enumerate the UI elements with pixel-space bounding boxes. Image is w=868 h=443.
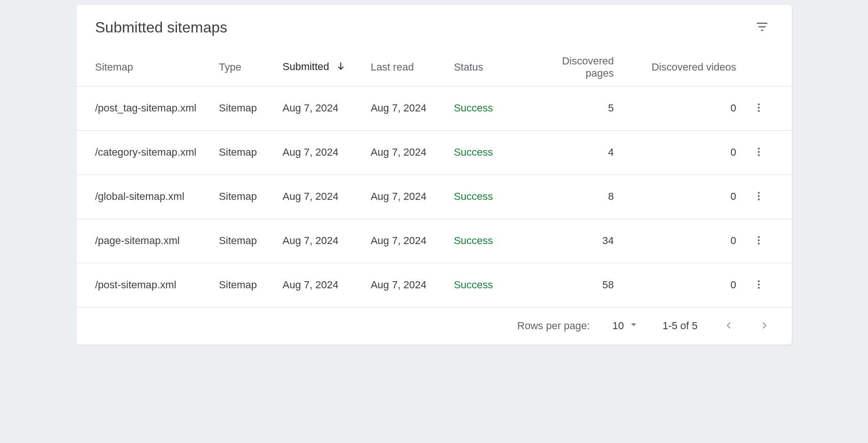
- cell-sitemap: /post_tag-sitemap.xml: [76, 86, 213, 130]
- row-actions-button[interactable]: [749, 231, 768, 251]
- svg-point-10: [758, 239, 760, 241]
- card-title: Submitted sitemaps: [95, 19, 227, 36]
- cell-type: Sitemap: [213, 263, 277, 307]
- table-row[interactable]: /page-sitemap.xml Sitemap Aug 7, 2024 Au…: [76, 219, 792, 263]
- row-actions-button[interactable]: [749, 275, 768, 295]
- cell-discovered-pages: 58: [541, 263, 619, 307]
- filter-icon: [755, 28, 769, 35]
- cell-status: Success: [448, 174, 541, 219]
- cell-actions: [742, 219, 792, 263]
- prev-page-button[interactable]: [720, 317, 737, 335]
- svg-point-11: [758, 243, 760, 245]
- cell-sitemap: /post-sitemap.xml: [76, 263, 213, 307]
- table-row[interactable]: /post-sitemap.xml Sitemap Aug 7, 2024 Au…: [76, 263, 792, 307]
- next-page-button[interactable]: [756, 317, 773, 335]
- cell-sitemap: /category-sitemap.xml: [76, 130, 213, 174]
- cell-type: Sitemap: [213, 130, 277, 174]
- rows-per-page-value: 10: [612, 320, 624, 332]
- cell-discovered-pages: 4: [541, 130, 619, 174]
- cell-actions: [742, 86, 792, 130]
- chevron-right-icon: [758, 326, 771, 333]
- svg-point-9: [758, 236, 760, 238]
- row-actions-button[interactable]: [749, 142, 768, 163]
- cell-submitted: Aug 7, 2024: [277, 263, 365, 307]
- svg-point-14: [758, 287, 760, 289]
- table-header-row: Sitemap Type Submitted Last read Status …: [76, 48, 792, 86]
- sitemaps-card: Submitted sitemaps Sitemap Type Submitte…: [76, 5, 792, 345]
- cell-last-read: Aug 7, 2024: [365, 174, 448, 219]
- card-header: Submitted sitemaps: [76, 5, 792, 48]
- table-footer: Rows per page: 10 1-5 of 5: [76, 308, 792, 345]
- svg-point-5: [758, 154, 760, 156]
- cell-sitemap: /global-sitemap.xml: [76, 174, 213, 219]
- col-header-last-read[interactable]: Last read: [365, 48, 448, 86]
- cell-sitemap: /page-sitemap.xml: [76, 219, 213, 263]
- chevron-left-icon: [722, 326, 735, 333]
- col-header-discovered-videos[interactable]: Discovered videos: [619, 48, 742, 86]
- cell-type: Sitemap: [213, 219, 277, 263]
- cell-discovered-pages: 34: [541, 219, 619, 263]
- svg-point-6: [758, 192, 760, 194]
- svg-point-2: [758, 110, 760, 112]
- kebab-icon: [753, 196, 764, 203]
- cell-last-read: Aug 7, 2024: [365, 219, 448, 263]
- row-actions-button[interactable]: [749, 187, 768, 207]
- cell-discovered-videos: 0: [619, 263, 742, 307]
- cell-status: Success: [448, 263, 541, 307]
- kebab-icon: [753, 152, 764, 159]
- cell-type: Sitemap: [213, 174, 277, 219]
- cell-status: Success: [448, 130, 541, 174]
- filter-button[interactable]: [751, 16, 773, 39]
- cell-last-read: Aug 7, 2024: [365, 130, 448, 174]
- col-header-type[interactable]: Type: [213, 48, 277, 86]
- col-header-sitemap[interactable]: Sitemap: [76, 48, 213, 86]
- cell-status: Success: [448, 219, 541, 263]
- cell-submitted: Aug 7, 2024: [277, 86, 365, 130]
- kebab-icon: [753, 108, 764, 115]
- svg-point-3: [758, 148, 760, 150]
- svg-point-8: [758, 198, 760, 200]
- cell-discovered-videos: 0: [619, 130, 742, 174]
- col-header-discovered-pages[interactable]: Discovered pages: [541, 48, 619, 86]
- cell-actions: [742, 130, 792, 174]
- kebab-icon: [753, 285, 764, 292]
- svg-point-7: [758, 195, 760, 197]
- cell-last-read: Aug 7, 2024: [365, 263, 448, 307]
- svg-point-0: [758, 103, 760, 105]
- svg-point-1: [758, 107, 760, 109]
- cell-discovered-pages: 8: [541, 174, 619, 219]
- cell-actions: [742, 174, 792, 219]
- cell-actions: [742, 263, 792, 307]
- cell-submitted: Aug 7, 2024: [277, 219, 365, 263]
- svg-point-13: [758, 284, 760, 285]
- svg-point-4: [758, 151, 760, 153]
- rows-per-page-label: Rows per page:: [517, 320, 590, 332]
- svg-point-12: [758, 280, 760, 282]
- cell-discovered-pages: 5: [541, 86, 619, 130]
- cell-discovered-videos: 0: [619, 219, 742, 263]
- page-range: 1-5 of 5: [662, 320, 698, 332]
- cell-status: Success: [448, 86, 541, 130]
- table-row[interactable]: /post_tag-sitemap.xml Sitemap Aug 7, 202…: [76, 86, 792, 130]
- cell-last-read: Aug 7, 2024: [365, 86, 448, 130]
- cell-submitted: Aug 7, 2024: [277, 130, 365, 174]
- cell-type: Sitemap: [213, 86, 277, 130]
- rows-per-page-select[interactable]: 10: [612, 318, 640, 333]
- cell-discovered-videos: 0: [619, 86, 742, 130]
- cell-submitted: Aug 7, 2024: [277, 174, 365, 219]
- dropdown-icon: [627, 318, 640, 333]
- row-actions-button[interactable]: [749, 98, 768, 119]
- col-header-status[interactable]: Status: [448, 48, 541, 86]
- col-header-actions: [742, 48, 792, 86]
- col-header-submitted[interactable]: Submitted: [277, 48, 365, 86]
- table-row[interactable]: /global-sitemap.xml Sitemap Aug 7, 2024 …: [76, 174, 792, 219]
- kebab-icon: [753, 240, 764, 247]
- sitemap-table: Sitemap Type Submitted Last read Status …: [76, 48, 792, 308]
- pagination-nav: [720, 317, 773, 335]
- table-row[interactable]: /category-sitemap.xml Sitemap Aug 7, 202…: [76, 130, 792, 174]
- arrow-down-icon: [336, 61, 346, 74]
- cell-discovered-videos: 0: [619, 174, 742, 219]
